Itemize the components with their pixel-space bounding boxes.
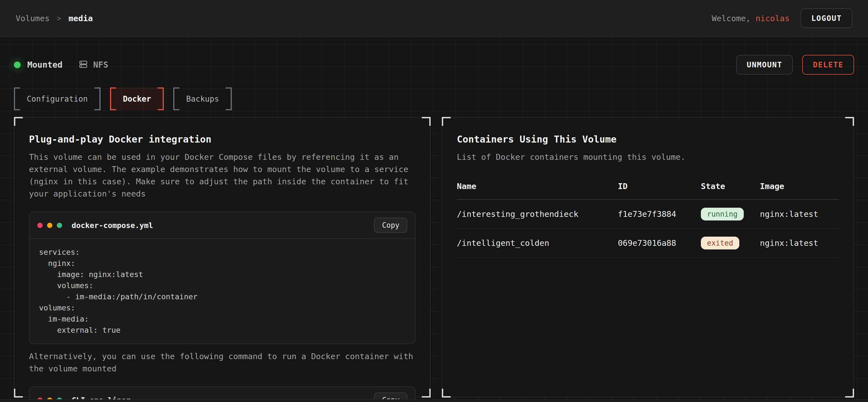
container-image: nginx:latest xyxy=(760,200,839,229)
main-content: Mounted NFS UNMOUNT DELET xyxy=(0,55,868,398)
containers-panel-subtitle: List of Docker containers mounting this … xyxy=(457,151,839,163)
tab-backups-label: Backups xyxy=(186,94,219,104)
container-id: f1e73e7f3884 xyxy=(618,200,701,229)
containers-panel: Containers Using This Volume List of Doc… xyxy=(442,117,854,398)
mounted-status: Mounted xyxy=(14,60,62,70)
breadcrumb-current-volume: media xyxy=(68,14,93,23)
column-header-state: State xyxy=(701,181,760,200)
logout-button[interactable]: LOGOUT xyxy=(801,8,852,28)
compose-filename: docker-compose.yml xyxy=(71,221,153,230)
traffic-orange-icon xyxy=(47,223,52,228)
panel-corner-decoration xyxy=(845,389,854,398)
tab-backups[interactable]: Backups xyxy=(173,88,232,110)
container-name: /intelligent_colden xyxy=(457,229,618,258)
compose-code-content: services: nginx: image: nginx:latest vol… xyxy=(30,239,415,343)
status-indicators: Mounted NFS xyxy=(14,60,736,70)
panels-row: Plug-and-play Docker integration This vo… xyxy=(14,117,854,398)
volume-actions: UNMOUNT DELETE xyxy=(736,55,854,75)
tab-configuration[interactable]: Configuration xyxy=(14,88,100,110)
traffic-lights-icon xyxy=(37,223,62,228)
panel-corner-decoration xyxy=(845,117,854,126)
compose-code-block-header: docker-compose.yml Copy xyxy=(30,212,415,239)
containers-panel-title: Containers Using This Volume xyxy=(457,134,839,145)
container-id: 069e73016a88 xyxy=(618,229,701,258)
panel-corner-decoration xyxy=(442,117,451,126)
welcome-text: Welcome, nicolas xyxy=(712,14,789,23)
compose-copy-button[interactable]: Copy xyxy=(374,218,407,233)
container-state: running xyxy=(701,200,760,229)
panel-corner-decoration xyxy=(422,117,431,126)
table-row: /interesting_grothendieck f1e73e7f3884 r… xyxy=(457,200,839,229)
traffic-red-icon xyxy=(37,223,42,228)
container-image: nginx:latest xyxy=(760,229,839,258)
docker-panel-title: Plug-and-play Docker integration xyxy=(29,134,415,145)
breadcrumb-volumes-link[interactable]: Volumes xyxy=(16,14,50,23)
panel-corner-decoration xyxy=(422,389,431,398)
chevron-right-icon: > xyxy=(57,14,61,23)
table-row: /intelligent_colden 069e73016a88 exited … xyxy=(457,229,839,258)
cli-intro-text: Alternatively, you can use the following… xyxy=(29,350,415,375)
panel-corner-decoration xyxy=(14,117,23,126)
tab-docker-label: Docker xyxy=(123,94,151,104)
docker-integration-panel: Plug-and-play Docker integration This vo… xyxy=(14,117,431,398)
docker-panel-description: This volume can be used in your Docker C… xyxy=(29,151,415,200)
panel-corner-decoration xyxy=(14,389,23,398)
container-name: /interesting_grothendieck xyxy=(457,200,618,229)
welcome-prefix: Welcome, xyxy=(712,14,755,23)
tab-configuration-label: Configuration xyxy=(27,94,88,104)
traffic-green-icon xyxy=(57,223,62,228)
top-bar-right: Welcome, nicolas LOGOUT xyxy=(712,8,852,28)
status-badge: running xyxy=(701,208,744,221)
unmount-button[interactable]: UNMOUNT xyxy=(736,55,793,75)
delete-button[interactable]: DELETE xyxy=(802,55,854,75)
status-row: Mounted NFS UNMOUNT DELET xyxy=(14,55,854,75)
top-bar: Volumes > media Welcome, nicolas LOGOUT xyxy=(0,0,868,37)
compose-code-block: docker-compose.yml Copy services: nginx:… xyxy=(29,211,415,344)
column-header-id: ID xyxy=(618,181,701,200)
container-state: exited xyxy=(701,229,760,258)
mounted-status-label: Mounted xyxy=(27,60,62,70)
username: nicolas xyxy=(755,14,789,23)
server-icon xyxy=(79,60,88,70)
tab-docker[interactable]: Docker xyxy=(110,88,164,110)
nfs-indicator: NFS xyxy=(79,60,108,70)
breadcrumb: Volumes > media xyxy=(16,14,93,23)
panel-corner-decoration xyxy=(442,389,451,398)
status-badge: exited xyxy=(701,237,739,249)
mounted-status-dot-icon xyxy=(14,62,21,68)
column-header-name: Name xyxy=(457,181,618,200)
containers-table: Name ID State Image /interesting_grothen… xyxy=(457,181,839,258)
column-header-image: Image xyxy=(760,181,839,200)
nfs-label: NFS xyxy=(93,60,108,70)
tab-bar: Configuration Docker Backups xyxy=(14,88,854,110)
page: Volumes > media Welcome, nicolas LOGOUT … xyxy=(0,0,868,402)
bottom-strip xyxy=(0,399,868,402)
containers-table-header-row: Name ID State Image xyxy=(457,181,839,200)
